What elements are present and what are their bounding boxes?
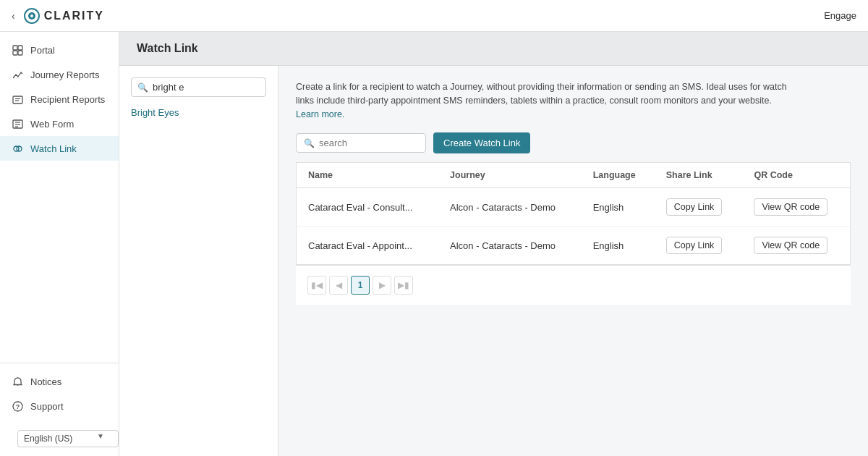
filter-search-icon: 🔍 [137, 83, 148, 93]
sidebar-label-recipient-reports: Recipient Reports [30, 94, 105, 105]
cell-share-link: Copy Link [655, 227, 743, 265]
data-table: Name Journey Language Share Link QR Code… [296, 162, 851, 265]
support-icon: ? [12, 400, 23, 412]
cell-name: Cataract Eval - Consult... [297, 188, 439, 227]
portal-icon [12, 44, 23, 56]
page-body: 🔍 Bright Eyes Create a link for a recipi… [119, 66, 868, 456]
cell-language: English [582, 188, 655, 227]
cell-journey: Alcon - Cataracts - Demo [438, 227, 582, 265]
table-header-row: Name Journey Language Share Link QR Code [297, 163, 851, 188]
sidebar-item-recipient-reports[interactable]: Recipient Reports [0, 87, 119, 111]
topbar-left: ‹ CLARITY [12, 8, 104, 24]
svg-point-2 [30, 14, 33, 17]
sidebar-bottom: Notices ? Support English (US) French Sp… [0, 363, 119, 456]
sidebar-label-support: Support [30, 401, 64, 412]
page-header: Watch Link [119, 32, 868, 66]
svg-rect-4 [18, 46, 22, 50]
filter-result-item[interactable]: Bright Eyes [131, 107, 266, 118]
col-journey: Journey [438, 163, 582, 188]
logo-icon [24, 8, 40, 24]
table-controls: 🔍 Create Watch Link [296, 132, 851, 153]
topbar: ‹ CLARITY Engage [0, 0, 868, 32]
col-qr-code: QR Code [742, 163, 850, 188]
journey-reports-icon [12, 69, 23, 80]
table-row: Cataract Eval - Consult... Alcon - Catar… [297, 188, 851, 227]
logo-text: CLARITY [44, 9, 104, 22]
filter-search-box[interactable]: 🔍 [131, 77, 266, 97]
sidebar-label-web-form: Web Form [30, 119, 74, 130]
filter-search-input[interactable] [153, 82, 260, 93]
sidebar-item-support[interactable]: ? Support [0, 394, 119, 418]
engage-button[interactable]: Engage [824, 10, 856, 21]
view-qr-button[interactable]: View QR code [754, 198, 827, 216]
notices-icon [12, 376, 23, 387]
sidebar-nav: Portal Journey Reports Recipient Reports… [0, 32, 119, 363]
cell-qr-code: View QR code [742, 227, 850, 265]
language-selector-wrapper[interactable]: English (US) French Spanish German ▼ [9, 424, 110, 447]
table-row: Cataract Eval - Appoint... Alcon - Catar… [297, 227, 851, 265]
cell-qr-code: View QR code [742, 188, 850, 227]
language-selector[interactable]: English (US) French Spanish German [17, 430, 119, 447]
back-button[interactable]: ‹ [12, 10, 15, 22]
sidebar-item-watch-link[interactable]: Watch Link [0, 136, 119, 161]
description-text: Create a link for a recipient to watch a… [296, 80, 788, 121]
svg-text:?: ? [15, 403, 20, 410]
view-qr-button[interactable]: View QR code [754, 237, 827, 254]
col-share-link: Share Link [655, 163, 743, 188]
table-search-box[interactable]: 🔍 [296, 133, 426, 153]
copy-link-button[interactable]: Copy Link [666, 237, 723, 254]
first-page-button[interactable]: ▮◀ [307, 276, 326, 295]
content-area: Watch Link 🔍 Bright Eyes Create a link f… [119, 32, 868, 456]
learn-more-link[interactable]: Learn more. [296, 109, 344, 119]
page-title: Watch Link [137, 42, 851, 55]
sidebar-label-watch-link: Watch Link [30, 143, 77, 154]
pagination: ▮◀ ◀ 1 ▶ ▶▮ [296, 265, 851, 305]
svg-rect-6 [18, 51, 22, 55]
table-search-icon: 🔍 [304, 138, 315, 148]
filter-panel: 🔍 Bright Eyes [119, 66, 278, 456]
col-name: Name [297, 163, 439, 188]
last-page-button[interactable]: ▶▮ [394, 276, 413, 295]
svg-rect-5 [13, 51, 17, 55]
sidebar-label-journey-reports: Journey Reports [30, 69, 99, 80]
svg-rect-3 [13, 46, 17, 50]
next-page-button[interactable]: ▶ [373, 276, 391, 295]
sidebar-item-portal[interactable]: Portal [0, 38, 119, 62]
cell-share-link: Copy Link [655, 188, 743, 227]
web-form-icon [12, 118, 23, 130]
sidebar-label-notices: Notices [30, 376, 61, 387]
svg-rect-7 [13, 96, 22, 104]
logo: CLARITY [24, 8, 104, 24]
cell-name: Cataract Eval - Appoint... [297, 227, 439, 265]
col-language: Language [582, 163, 655, 188]
sidebar: Portal Journey Reports Recipient Reports… [0, 32, 119, 456]
table-search-input[interactable] [319, 138, 418, 148]
cell-language: English [582, 227, 655, 265]
table-panel: Create a link for a recipient to watch a… [278, 66, 868, 456]
recipient-reports-icon [12, 93, 23, 105]
sidebar-label-portal: Portal [30, 45, 55, 56]
create-watch-link-button[interactable]: Create Watch Link [433, 132, 530, 153]
sidebar-item-journey-reports[interactable]: Journey Reports [0, 62, 119, 87]
prev-page-button[interactable]: ◀ [329, 276, 348, 295]
page-1-button[interactable]: 1 [351, 276, 370, 295]
sidebar-item-web-form[interactable]: Web Form [0, 111, 119, 136]
copy-link-button[interactable]: Copy Link [666, 198, 723, 216]
watch-link-icon [12, 143, 23, 154]
main-layout: Portal Journey Reports Recipient Reports… [0, 32, 868, 456]
sidebar-item-notices[interactable]: Notices [0, 369, 119, 394]
cell-journey: Alcon - Cataracts - Demo [438, 188, 582, 227]
